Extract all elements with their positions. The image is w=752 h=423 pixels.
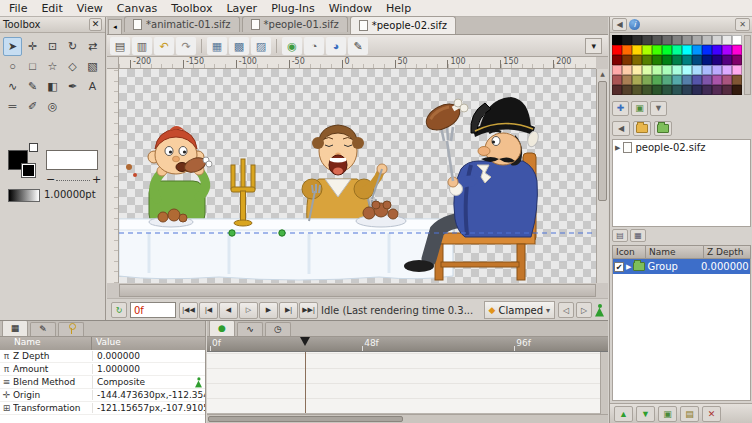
palette-color-swatch[interactable] — [712, 65, 722, 75]
preview-options-icon[interactable]: ▥ — [132, 37, 152, 55]
save-palette-button[interactable]: ▼ — [650, 101, 667, 116]
palette-color-swatch[interactable] — [662, 35, 672, 45]
layer-row[interactable]: ✔▶Group0.000000 — [613, 259, 750, 274]
palette-color-swatch[interactable] — [622, 85, 632, 95]
width-slider[interactable] — [56, 180, 90, 181]
set-icon[interactable]: ▦ — [630, 229, 646, 242]
scale-tool[interactable]: ⊡ — [43, 37, 62, 56]
palette-color-swatch[interactable] — [672, 55, 682, 65]
palette-color-swatch[interactable] — [692, 45, 702, 55]
seek-begin-button[interactable]: |◀◀ — [179, 302, 198, 319]
timetrack-horizontal-scrollbar[interactable] — [207, 414, 608, 423]
palette-color-swatch[interactable] — [682, 65, 692, 75]
add-color-button[interactable]: ✚ — [612, 101, 629, 116]
palette-color-swatch[interactable] — [682, 45, 692, 55]
spline-tool[interactable]: ∿ — [3, 77, 22, 96]
palette-color-swatch[interactable] — [702, 35, 712, 45]
folder-icon[interactable] — [633, 121, 651, 136]
palette-color-swatch[interactable] — [672, 75, 682, 85]
menu-window[interactable]: Window — [322, 1, 379, 16]
menu-edit[interactable]: Edit — [34, 1, 69, 16]
onion-skin-icon[interactable]: ◉ — [282, 37, 302, 55]
palette-color-swatch[interactable] — [732, 85, 742, 95]
palette-color-swatch[interactable] — [732, 45, 742, 55]
tab-scroll-left-icon[interactable]: ◂ — [108, 19, 122, 34]
children-tab[interactable]: ✎ — [30, 322, 56, 336]
expand-triangle-icon[interactable]: ▶ — [626, 263, 631, 271]
outline-width-box[interactable] — [46, 150, 98, 170]
palette-color-swatch[interactable] — [712, 55, 722, 65]
open-folder-icon[interactable] — [654, 121, 672, 136]
play-button[interactable]: ▷ — [239, 302, 258, 319]
back-icon[interactable]: ◀ — [612, 121, 630, 136]
current-time-field[interactable] — [130, 302, 176, 318]
palette-color-swatch[interactable] — [652, 35, 662, 45]
menu-layer[interactable]: Layer — [219, 1, 264, 16]
snap-grid-icon[interactable]: ▩ — [229, 37, 249, 55]
palette-color-swatch[interactable] — [662, 85, 672, 95]
timebar[interactable]: 0f48f96f — [207, 337, 608, 352]
palette-back-icon[interactable]: ◀ — [612, 18, 627, 31]
palette-color-swatch[interactable] — [702, 55, 712, 65]
raise-layer-button[interactable]: ▲ — [614, 406, 633, 422]
prev-frame-button[interactable]: ◀ — [219, 302, 238, 319]
mirror-tool[interactable]: ⇄ — [83, 37, 102, 56]
palette-color-swatch[interactable] — [722, 65, 732, 75]
palette-color-swatch[interactable] — [662, 65, 672, 75]
new-layer-button[interactable]: ▤ — [680, 406, 699, 422]
palette-color-swatch[interactable] — [732, 75, 742, 85]
static-toggle-icon[interactable] — [195, 377, 202, 387]
draw-tool[interactable]: ✎ — [23, 77, 42, 96]
param-row[interactable]: ✛Origin-144.473630px,-112.3540 — [0, 389, 205, 402]
redo-icon[interactable]: ↷ — [176, 37, 196, 55]
palette-color-swatch[interactable] — [672, 85, 682, 95]
palette-color-swatch[interactable] — [662, 75, 672, 85]
show-guides-icon[interactable]: ▨ — [251, 37, 271, 55]
palette-color-swatch[interactable] — [612, 75, 622, 85]
next-keyframe-button[interactable]: ▶| — [279, 302, 298, 319]
palette-scrollbar[interactable] — [744, 35, 751, 95]
palette-color-swatch[interactable] — [632, 35, 642, 45]
outline-color-swatch[interactable] — [22, 164, 35, 177]
gradient-tool[interactable]: ▧ — [83, 57, 102, 76]
palette-color-swatch[interactable] — [622, 55, 632, 65]
width-tool[interactable]: ═ — [3, 97, 22, 116]
visibility-checkbox[interactable]: ✔ — [614, 262, 624, 272]
seek-end-button[interactable]: ▶▶| — [299, 302, 318, 319]
palette-color-swatch[interactable] — [672, 45, 682, 55]
palette-color-swatch[interactable] — [712, 45, 722, 55]
palette-color-swatch[interactable] — [702, 65, 712, 75]
smooth-move-tool[interactable]: ✛ — [23, 37, 42, 56]
keyframes-tab[interactable] — [58, 322, 84, 336]
palette-color-swatch[interactable] — [702, 75, 712, 85]
palette-color-swatch[interactable] — [652, 55, 662, 65]
load-palette-button[interactable]: ▣ — [631, 101, 648, 116]
palette-color-swatch[interactable] — [632, 65, 642, 75]
canvas-tab[interactable]: *people-02.sifz — [350, 16, 456, 34]
reset-colors-icon[interactable] — [29, 143, 38, 152]
palette-color-swatch[interactable] — [662, 55, 672, 65]
library-icon[interactable]: ▤ — [612, 229, 628, 242]
refresh-icon[interactable]: ↻ — [111, 302, 127, 318]
palette-color-swatch[interactable] — [622, 45, 632, 55]
palette-color-swatch[interactable] — [712, 75, 722, 85]
palette-color-swatch[interactable] — [612, 45, 622, 55]
horizontal-splitter[interactable] — [0, 320, 608, 321]
palette-color-swatch[interactable] — [622, 35, 632, 45]
palette-color-swatch[interactable] — [652, 65, 662, 75]
palette-color-swatch[interactable] — [702, 45, 712, 55]
undo-icon[interactable]: ↶ — [154, 37, 174, 55]
palette-color-swatch[interactable] — [642, 35, 652, 45]
palette-color-swatch[interactable] — [672, 65, 682, 75]
palette-color-swatch[interactable] — [682, 85, 692, 95]
timetrack-vertical-scrollbar[interactable] — [600, 352, 608, 414]
canvas-tab[interactable]: *people-01.sifz — [242, 16, 348, 32]
interpolation-dropdown[interactable]: ◆ Clamped ▾ — [484, 301, 555, 319]
timetrack-tab[interactable]: ● — [209, 320, 235, 336]
palette-color-swatch[interactable] — [632, 55, 642, 65]
palette-color-swatch[interactable] — [652, 85, 662, 95]
palette-color-swatch[interactable] — [702, 85, 712, 95]
scroll-thumb[interactable] — [598, 81, 607, 201]
palette-color-swatch[interactable] — [682, 55, 692, 65]
palette-color-swatch[interactable] — [732, 55, 742, 65]
